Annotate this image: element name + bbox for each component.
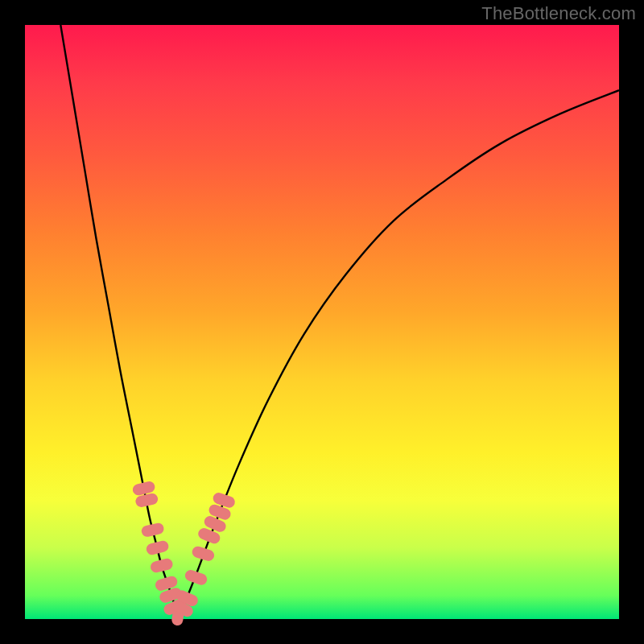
marker-point (140, 522, 164, 538)
watermark-text: TheBottleneck.com (481, 3, 636, 24)
scatter-markers (131, 480, 236, 626)
marker-point (149, 557, 174, 573)
chart-frame: TheBottleneck.com (0, 0, 644, 644)
curve-right-branch (178, 90, 619, 616)
marker-point (191, 545, 216, 563)
plot-area (25, 25, 619, 619)
marker-point (184, 568, 208, 587)
marker-point (145, 539, 170, 555)
chart-svg (25, 25, 619, 619)
